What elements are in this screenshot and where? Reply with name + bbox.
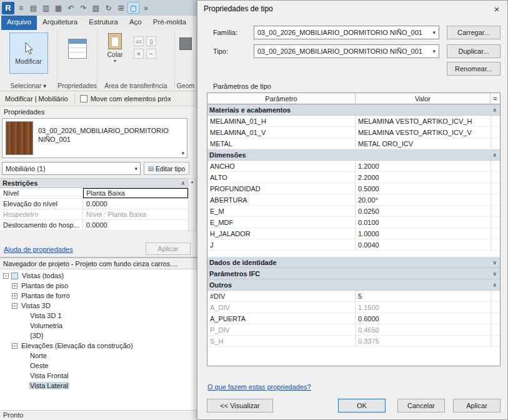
parameter-value[interactable]: 1.0000: [356, 228, 491, 239]
column-valor[interactable]: Valor: [356, 93, 491, 104]
tree-item[interactable]: Vista 3D 1: [0, 311, 197, 321]
parameter-row[interactable]: PROFUNDIDAD0.5000: [207, 183, 500, 194]
duplicate-button[interactable]: Duplicar...: [447, 44, 501, 58]
parameter-value[interactable]: 0.6000: [356, 313, 491, 324]
parameter-value[interactable]: 1.2000: [356, 161, 491, 171]
parameter-row[interactable]: H_JALADOR1.0000: [207, 228, 500, 239]
property-row[interactable]: NívelPlanta Baixa: [0, 188, 188, 199]
open-icon[interactable]: ▥: [40, 2, 52, 14]
parameter-group-header[interactable]: Outros∧: [207, 279, 500, 291]
parameter-value[interactable]: 0.5000: [356, 183, 491, 194]
ribbon-tab[interactable]: Aço: [124, 16, 147, 30]
parameter-value[interactable]: 20.00°: [356, 194, 491, 205]
ribbon-tab[interactable]: Estrutura: [83, 16, 124, 30]
tree-item[interactable]: −Vistas (todas): [0, 271, 197, 281]
parameter-value[interactable]: 0.0040: [356, 239, 491, 250]
parameter-row[interactable]: #DIV5: [207, 291, 500, 302]
property-row[interactable]: HospedeiroNível : Planta Baixa: [0, 209, 188, 220]
undo-icon[interactable]: ↶: [65, 2, 77, 14]
parameter-group-header[interactable]: Materiais e acabamentos∧: [207, 104, 500, 116]
modify-toggle-icon[interactable]: ▢: [127, 2, 139, 14]
tree-item[interactable]: −Elevações (Elevação da construção): [0, 341, 197, 351]
overflow-chevron-icon[interactable]: »: [140, 2, 152, 14]
delete-icon[interactable]: ×: [134, 49, 144, 59]
ribbon-tab[interactable]: Pré-molda: [147, 16, 192, 30]
parameter-value[interactable]: MELAMINA VESTO_ARTIKO_ICV_H: [356, 116, 491, 126]
panel-label-clipboard[interactable]: Área de transferência: [97, 82, 174, 89]
app-logo[interactable]: R: [2, 2, 14, 14]
print-icon[interactable]: ▧: [90, 2, 102, 14]
ribbon-tab[interactable]: Arquivo: [1, 16, 37, 30]
move-with-nearby-checkbox[interactable]: [80, 95, 87, 102]
palette-scrollbar[interactable]: ▴: [188, 178, 196, 231]
parameter-row[interactable]: METALMETAL ORO_ICV: [207, 138, 500, 149]
cut-icon[interactable]: ▭: [134, 36, 144, 46]
property-value[interactable]: 0.0000: [83, 220, 188, 230]
type-selector-combo[interactable]: Mobiliário (1) ▾: [2, 162, 141, 175]
property-value[interactable]: 0.0000: [83, 199, 188, 209]
properties-palette-icon[interactable]: [68, 39, 87, 59]
parameter-row[interactable]: ANCHO1.2000: [207, 161, 500, 172]
parameter-row[interactable]: A_PUERTA0.6000: [207, 313, 500, 324]
save-icon[interactable]: ▦: [52, 2, 64, 14]
modify-button[interactable]: Modificar: [9, 32, 48, 74]
tree-expander-icon[interactable]: −: [3, 273, 9, 279]
edit-type-button[interactable]: ▤ Editar tipo: [144, 162, 189, 175]
cancel-button[interactable]: Cancelar: [397, 399, 445, 412]
tree-expander-icon[interactable]: +: [12, 293, 17, 299]
palette-apply-button[interactable]: Aplicar: [146, 242, 191, 255]
property-value[interactable]: Planta Baixa: [83, 188, 188, 198]
parameter-row[interactable]: J0.0040: [207, 239, 500, 251]
tree-item[interactable]: Volumetria: [0, 321, 197, 331]
ribbon-tab[interactable]: Arquitetura: [37, 16, 83, 30]
load-button[interactable]: Carregar...: [447, 26, 501, 39]
tree-expander-icon[interactable]: −: [12, 343, 17, 349]
parameter-row[interactable]: E_M0.0250: [207, 206, 500, 217]
parameter-row[interactable]: MELAMINA_01_HMELAMINA VESTO_ARTIKO_ICV_H: [207, 116, 500, 127]
parameter-row[interactable]: E_MDF0.0100: [207, 217, 500, 228]
panel-label-properties[interactable]: Propriedades: [57, 82, 97, 89]
parameter-value[interactable]: METAL ORO_ICV: [356, 138, 491, 149]
parameter-row[interactable]: ALTO2.2000: [207, 172, 500, 183]
tree-expander-icon[interactable]: −: [12, 303, 17, 309]
paste-button[interactable]: Colar ▾: [101, 33, 129, 62]
tree-item[interactable]: +Plantas de forro: [0, 291, 197, 301]
tree-item[interactable]: {3D}: [0, 331, 197, 341]
parameter-value[interactable]: 0.3375: [356, 336, 491, 346]
parameter-value[interactable]: MELAMINA VESTO_ARTIKO_ICV_V: [356, 127, 491, 138]
match-icon[interactable]: −: [146, 49, 156, 59]
property-row[interactable]: Deslocamento do hosp...0.0000: [0, 220, 188, 231]
close-icon[interactable]: ×: [487, 1, 507, 16]
parameter-row[interactable]: MELAMINA_01_VMELAMINA VESTO_ARTIKO_ICV_V: [207, 127, 500, 138]
tree-expander-icon[interactable]: +: [12, 283, 17, 289]
property-value[interactable]: Nível : Planta Baixa: [83, 209, 188, 219]
parameter-value[interactable]: 2.2000: [356, 172, 491, 182]
type-combo[interactable]: 03_00_2026_MOBILIARIO_DORMITORIO NIÑO_00…: [254, 44, 439, 58]
parameter-row[interactable]: A_DIV1.1500: [207, 302, 500, 313]
column-parametro[interactable]: Parâmetro: [207, 93, 356, 104]
parameter-group-header[interactable]: Dados de identidade∨: [207, 257, 500, 268]
ok-button[interactable]: OK: [338, 399, 386, 412]
sync-icon[interactable]: ↻: [102, 2, 114, 14]
tree-item[interactable]: Oeste: [0, 361, 197, 371]
parameter-value[interactable]: 0.0250: [356, 206, 491, 216]
panel-label-select[interactable]: Selecionar ▾: [0, 82, 57, 89]
tree-item[interactable]: Vista Frontal: [0, 371, 197, 381]
parameter-value[interactable]: 5: [356, 291, 491, 301]
new-icon[interactable]: ▤: [27, 2, 39, 14]
parameter-group-header[interactable]: Parâmetros IFC∨: [207, 268, 500, 279]
copy-icon[interactable]: ▯: [146, 36, 156, 46]
tree-item[interactable]: Norte: [0, 351, 197, 361]
parameter-row[interactable]: ABERTURA20.00°: [207, 194, 500, 206]
preview-button[interactable]: << Visualizar: [207, 399, 273, 412]
rename-button[interactable]: Renomear...: [447, 62, 501, 76]
parameter-group-header[interactable]: Dimensões∧: [207, 149, 500, 161]
geometry-icon[interactable]: [179, 38, 192, 50]
family-combo[interactable]: 03_00_2026_MOBILIARIO_DORMITORIO NIÑO_00…: [254, 26, 439, 39]
parameter-value[interactable]: 1.1500: [356, 302, 491, 312]
section-restricoes[interactable]: Restrições ∧: [0, 178, 188, 188]
type-preview[interactable]: 03_00_2026_MOBILIARIO_DORMITORIO NIÑO_00…: [2, 118, 187, 158]
parameter-row[interactable]: S_H0.3375: [207, 336, 500, 347]
tree-item[interactable]: Vista Lateral: [0, 381, 197, 391]
tree-item[interactable]: −Vistas 3D: [0, 301, 197, 311]
